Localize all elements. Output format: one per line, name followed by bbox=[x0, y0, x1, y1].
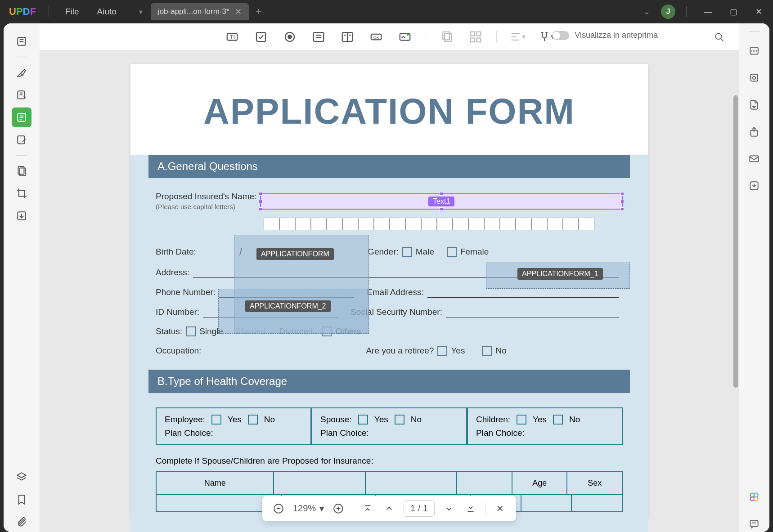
menu-file[interactable]: File bbox=[56, 7, 88, 17]
first-page-button[interactable] bbox=[360, 501, 375, 516]
button-tool-icon[interactable]: OK bbox=[368, 29, 384, 45]
edit-tool-icon[interactable] bbox=[12, 85, 31, 105]
sp-yes-checkbox[interactable] bbox=[358, 415, 368, 425]
complete-if-label: Complete If Spouse/Children are Proposed… bbox=[156, 456, 623, 466]
ch-yes-checkbox[interactable] bbox=[517, 415, 526, 425]
spouse-box: Spouse: Yes No Plan Choice: bbox=[311, 407, 467, 445]
comment-icon[interactable] bbox=[746, 516, 762, 532]
prev-page-button[interactable] bbox=[382, 501, 396, 516]
align-tool-icon[interactable]: ▾ bbox=[509, 29, 526, 45]
email-label: Email Address: bbox=[367, 287, 424, 297]
retiree-yes-checkbox[interactable] bbox=[437, 346, 447, 356]
maximize-button[interactable]: ▢ bbox=[723, 4, 744, 20]
dropdown-tool-icon[interactable] bbox=[310, 29, 327, 45]
close-zoom-bar[interactable]: ✕ bbox=[493, 501, 507, 516]
toggle-switch[interactable] bbox=[552, 31, 569, 40]
close-tab-icon[interactable]: ✕ bbox=[235, 7, 242, 17]
user-avatar[interactable]: J bbox=[661, 4, 675, 19]
ocr-icon[interactable]: OCR bbox=[746, 43, 762, 59]
form-tool-icon[interactable] bbox=[12, 107, 31, 127]
zoom-value[interactable]: 129% ▾ bbox=[293, 503, 324, 514]
zoom-out-button[interactable] bbox=[271, 501, 286, 516]
email-icon[interactable] bbox=[746, 151, 762, 167]
document-viewport[interactable]: APPLICATION FORM A.General Questions Pro… bbox=[40, 50, 739, 532]
attachment-icon[interactable] bbox=[12, 512, 31, 532]
emp-yes-checkbox[interactable] bbox=[211, 415, 221, 425]
ai-assistant-icon[interactable] bbox=[746, 489, 762, 505]
resize-handle[interactable] bbox=[440, 207, 443, 211]
thumbnail-tool-icon[interactable] bbox=[12, 31, 31, 51]
resize-handle[interactable] bbox=[259, 192, 262, 196]
resize-handle[interactable] bbox=[259, 207, 262, 211]
grid-tool-icon[interactable] bbox=[467, 29, 484, 45]
pdf-page: APPLICATION FORM A.General Questions Pro… bbox=[130, 64, 648, 519]
bookmark-icon[interactable] bbox=[12, 490, 31, 510]
single-checkbox[interactable] bbox=[186, 326, 196, 336]
svg-rect-14 bbox=[256, 32, 265, 41]
resize-handle[interactable] bbox=[620, 207, 624, 211]
female-checkbox[interactable] bbox=[447, 247, 457, 257]
field-name-badge: Text1 bbox=[428, 197, 454, 206]
occupation-label: Occupation: bbox=[156, 346, 201, 356]
emp-no-checkbox[interactable] bbox=[248, 415, 258, 425]
address-label: Address: bbox=[156, 268, 189, 277]
ch-no-checkbox[interactable] bbox=[553, 415, 563, 425]
minimize-button[interactable]: — bbox=[697, 4, 719, 20]
character-grid bbox=[264, 218, 623, 230]
listbox-tool-icon[interactable] bbox=[339, 29, 355, 45]
section-b-header: B.Type of Health Coverage bbox=[148, 370, 630, 393]
svg-point-49 bbox=[753, 76, 756, 80]
tab-home-icon[interactable]: ▾ bbox=[135, 5, 147, 18]
separator bbox=[426, 31, 426, 43]
resize-handle[interactable] bbox=[440, 192, 443, 196]
right-sidebar: OCR bbox=[739, 23, 769, 532]
signature-tool-icon[interactable] bbox=[397, 29, 413, 45]
zoom-in-button[interactable] bbox=[331, 501, 346, 516]
next-page-button[interactable] bbox=[442, 501, 456, 516]
layers-icon[interactable] bbox=[12, 467, 31, 487]
gender-label: Gender: bbox=[368, 247, 399, 257]
search-icon[interactable] bbox=[714, 31, 725, 46]
organize-tool-icon[interactable] bbox=[12, 161, 31, 181]
selected-text-field[interactable]: Text1 bbox=[260, 193, 623, 210]
chevron-down-icon[interactable]: ⌄ bbox=[643, 7, 650, 17]
last-page-button[interactable] bbox=[463, 501, 478, 516]
compress-icon[interactable] bbox=[746, 70, 762, 86]
text-field-tool-icon[interactable]: TI bbox=[224, 29, 240, 45]
save-icon[interactable] bbox=[746, 178, 762, 194]
svg-text:OK: OK bbox=[373, 35, 379, 39]
id-label: ID Number: bbox=[156, 307, 199, 317]
share-icon[interactable] bbox=[746, 124, 762, 140]
checkbox-tool-icon[interactable] bbox=[253, 29, 269, 45]
main-area: TI OK ▾ ▾ Visualizza in anteprima APPLIC… bbox=[4, 23, 769, 532]
resize-handle[interactable] bbox=[620, 192, 624, 196]
titlebar: UPDF File Aiuto ▾ job-appli...on-form-3*… bbox=[0, 0, 773, 23]
page-indicator[interactable]: 1 / 1 bbox=[404, 500, 435, 517]
sign-tool-icon[interactable] bbox=[12, 130, 31, 150]
menu-help[interactable]: Aiuto bbox=[88, 7, 126, 17]
svg-point-53 bbox=[750, 493, 754, 497]
sp-no-checkbox[interactable] bbox=[395, 415, 404, 425]
male-checkbox[interactable] bbox=[402, 247, 412, 257]
svg-line-38 bbox=[721, 39, 723, 41]
extract-tool-icon[interactable] bbox=[12, 206, 31, 226]
proposed-name-sublabel: (Please use capital letters) bbox=[156, 203, 235, 210]
copy-tool-icon[interactable] bbox=[439, 29, 455, 45]
svg-rect-31 bbox=[477, 31, 481, 36]
resize-handle[interactable] bbox=[620, 200, 624, 203]
separator bbox=[16, 57, 27, 57]
retiree-no-checkbox[interactable] bbox=[482, 346, 492, 356]
document-tab[interactable]: job-appli...on-form-3* ✕ bbox=[151, 3, 249, 20]
add-tab-button[interactable]: + bbox=[256, 6, 262, 18]
convert-icon[interactable] bbox=[746, 97, 762, 113]
close-window-button[interactable]: ✕ bbox=[748, 4, 769, 20]
preview-toggle[interactable]: Visualizza in anteprima bbox=[552, 31, 658, 40]
radio-tool-icon[interactable] bbox=[282, 29, 298, 45]
section-a-header: A.General Questions bbox=[148, 155, 630, 178]
field-label-overlay: APPLICATIONFORM_1 bbox=[517, 268, 603, 280]
crop-tool-icon[interactable] bbox=[12, 183, 31, 203]
svg-point-37 bbox=[715, 33, 721, 39]
highlight-tool-icon[interactable] bbox=[12, 63, 31, 82]
vertical-scrollbar[interactable] bbox=[733, 95, 738, 388]
resize-handle[interactable] bbox=[259, 200, 262, 203]
